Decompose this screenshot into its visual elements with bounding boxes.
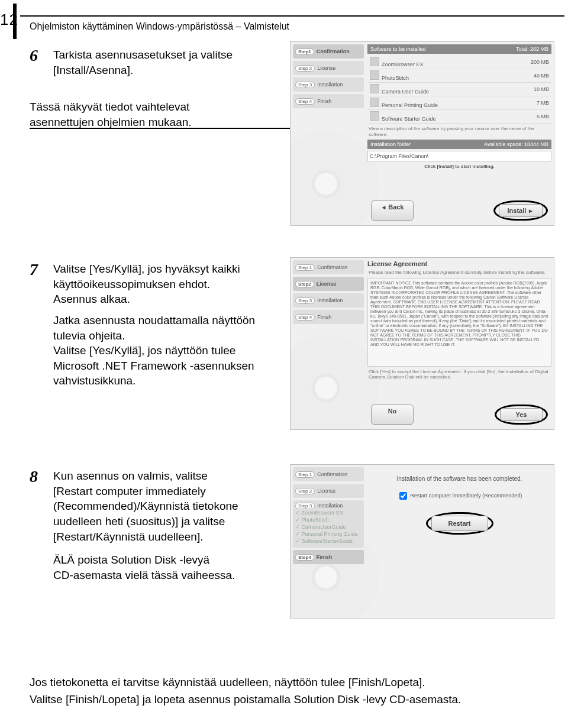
sw-name: PhotoStitch <box>382 75 409 81</box>
sw-size: 40 MB <box>534 73 549 79</box>
installed-item: ZoomBrowser EX <box>295 510 362 516</box>
folder-avail: Available space: 18444 MB <box>484 141 548 147</box>
install-hint: Click [Install] to start installing. <box>369 164 550 170</box>
band-title: Software to be installed <box>370 46 426 52</box>
step-tab-confirmation[interactable]: Step 1Confirmation <box>293 467 364 481</box>
sw-size: 7 MB <box>537 100 549 106</box>
software-header: Software to be installedTotal: 262 MB <box>367 44 551 54</box>
folder-label: Installation folder <box>370 141 411 147</box>
install-button[interactable]: Install ► <box>499 204 543 217</box>
software-row: Camera User Guide10 MB <box>367 83 551 96</box>
step-list: Step 1Confirmation Step 2License Step 3I… <box>293 467 364 567</box>
sw-name: Camera User Guide <box>382 89 429 95</box>
footer-note: Jos tietokonetta ei tarvitse käynnistää … <box>30 674 461 708</box>
license-panel: License Agreement Please read the follow… <box>367 260 551 427</box>
installed-item: Personal Printing Guide <box>295 531 362 537</box>
step-6-line1: Tarkista asennusasetukset ja valitse <box>53 48 233 61</box>
installed-item: CameraUserGuide <box>295 524 362 530</box>
step-8-line: Kun asennus on valmis, valitse <box>53 470 208 482</box>
restart-highlight: Restart <box>426 512 493 535</box>
app-icon <box>370 111 379 121</box>
step-label: Confirmation <box>317 48 350 54</box>
sw-size: 5 MB <box>537 114 549 119</box>
software-row: PhotoStitch40 MB <box>367 69 551 83</box>
step-tab-license[interactable]: Step 2License <box>293 61 364 75</box>
screenshot-license: Step 1Confirmation Step2License Step 3In… <box>290 257 554 430</box>
step-8-line: uudelleen heti (suositus)] ja valitse <box>53 515 225 528</box>
page-bar <box>13 4 17 39</box>
step-tab-installation[interactable]: Step 3Installation <box>293 293 364 308</box>
yes-highlight: Yes <box>495 405 548 425</box>
cd-graphic <box>290 131 379 226</box>
restart-button[interactable]: Restart <box>431 516 488 531</box>
app-icon <box>370 57 379 66</box>
step-tab-license[interactable]: Step 2License <box>293 484 364 498</box>
step-tab-confirmation[interactable]: Step 1Confirmation <box>293 260 364 274</box>
step-6-text: Tarkista asennusasetukset ja valitse [In… <box>53 47 233 77</box>
step-7-line: Valitse [Yes/Kyllä], jos näyttöön tulee <box>53 344 235 357</box>
step-tab-finish[interactable]: Step4Finish <box>293 550 364 564</box>
step-8-line: [Restart computer immediately <box>53 485 206 497</box>
footer-line: Valitse [Finish/Lopeta] ja lopeta asennu… <box>30 693 461 706</box>
yes-button[interactable]: Yes <box>500 408 543 421</box>
step-label: Finish <box>317 554 333 560</box>
footer-line: Jos tietokonetta ei tarvitse käynnistää … <box>30 676 425 688</box>
step-6-number: 6 <box>30 46 38 65</box>
sw-name: Software Starter Guide <box>382 116 436 122</box>
step-8-line: [Restart/Käynnistä uudelleen]. <box>53 530 204 543</box>
license-hint: Click [Yes] to accept the License Agreem… <box>369 369 550 380</box>
sw-size: 200 MB <box>531 59 549 65</box>
step-7-line: Valitse [Yes/Kyllä], jos hyväksyt kaikki <box>53 263 240 275</box>
sw-name: Personal Printing Guide <box>382 102 438 108</box>
finish-panel: Installation of the software has been co… <box>367 467 551 616</box>
no-button[interactable]: No <box>371 405 414 425</box>
step-7-text: Valitse [Yes/Kyllä], jos hyväksyt kaikki… <box>53 261 255 389</box>
screenshot-finish: Step 1Confirmation Step 2License Step 3I… <box>290 464 554 619</box>
step-tab-confirmation[interactable]: Step1Confirmation <box>293 44 364 59</box>
step-7-line: Microsoft .NET Framework -asennuksen <box>53 360 254 372</box>
cd-graphic <box>290 335 379 430</box>
step-label: License <box>317 65 335 71</box>
install-highlight: Install ► <box>493 200 548 221</box>
step-7-number: 7 <box>30 260 38 279</box>
band-total: Total: 262 MB <box>516 46 548 52</box>
step-tab-installation[interactable]: Step 3Installation <box>293 77 364 92</box>
step-label: Confirmation <box>317 264 347 270</box>
license-text[interactable]: IMPORTANT NOTICE This software contains … <box>367 278 551 367</box>
step-tab-finish[interactable]: Step 4Finish <box>293 310 364 324</box>
step-8-line: CD-asemasta vielä tässä vaiheessa. <box>53 569 235 581</box>
restart-checkbox[interactable] <box>399 492 407 500</box>
step-8-line: ÄLÄ poista Solution Disk -levyä <box>53 554 209 566</box>
app-icon <box>370 70 379 80</box>
step-6-note1: Tässä näkyvät tiedot vaihtelevat <box>30 101 189 113</box>
restart-checkbox-label: Restart computer immediately (Recommende… <box>410 493 522 499</box>
callout-line <box>30 128 320 129</box>
license-title: License Agreement <box>367 260 551 267</box>
breadcrumb: Ohjelmiston käyttäminen Windows-ympärist… <box>30 21 289 32</box>
app-icon <box>370 84 379 93</box>
step-label: Installation <box>317 297 343 303</box>
step-8-line: (Recommended)/Käynnistä tietokone <box>53 500 238 512</box>
description-hint: View a description of the software by pa… <box>369 126 550 137</box>
step-tab-license[interactable]: Step2License <box>293 277 364 291</box>
back-button[interactable]: ◄ Back <box>371 200 414 221</box>
step-label: Finish <box>317 98 331 104</box>
step-tab-finish[interactable]: Step 4Finish <box>293 94 364 108</box>
software-row: ZoomBrowser EX200 MB <box>367 56 551 69</box>
step-label: Finish <box>317 314 331 320</box>
restart-checkbox-row: Restart computer immediately (Recommende… <box>367 490 551 501</box>
step-6-note: Tässä näkyvät tiedot vaihtelevat asennet… <box>30 99 192 130</box>
installed-item: SoftwareStarterGuide <box>295 538 362 544</box>
license-intro: Please read the following License Agreem… <box>369 270 550 276</box>
software-panel: Software to be installedTotal: 262 MB Zo… <box>367 44 551 223</box>
step-tab-installation[interactable]: Step 3Installation ZoomBrowser EX PhotoS… <box>293 500 364 548</box>
step-8-number: 8 <box>30 467 38 486</box>
step-7-line: Jatka asennusta noudattamalla näyttöön <box>53 314 255 326</box>
sw-name: ZoomBrowser EX <box>382 62 424 67</box>
step-list: Step 1Confirmation Step2License Step 3In… <box>293 260 364 326</box>
step-7-line: Asennus alkaa. <box>53 293 130 305</box>
folder-header: Installation folderAvailable space: 1844… <box>367 140 551 149</box>
software-row: Software Starter Guide5 MB <box>367 110 551 124</box>
header-rule <box>20 15 564 17</box>
step-7-line: tulevia ohjeita. <box>53 329 125 342</box>
